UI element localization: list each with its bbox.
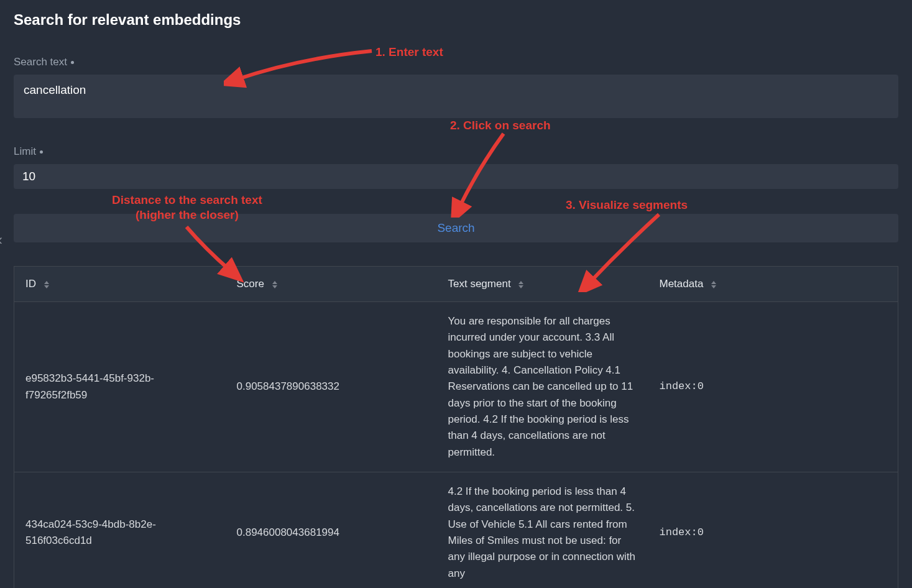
- limit-label: Limit: [14, 145, 898, 158]
- search-button[interactable]: Search: [14, 214, 898, 242]
- side-caret-icon: ‹: [0, 231, 2, 249]
- cell-score: 0.8946008043681994: [226, 472, 437, 588]
- sort-icon: [711, 281, 716, 288]
- col-header-text[interactable]: Text segment: [437, 267, 648, 302]
- cell-id: e95832b3-5441-45bf-932b-f79265f2fb59: [14, 302, 226, 472]
- col-header-score[interactable]: Score: [226, 267, 437, 302]
- sort-icon: [272, 281, 277, 288]
- col-header-id[interactable]: ID: [14, 267, 226, 302]
- required-dot-icon: [71, 61, 74, 64]
- search-text-label: Search text: [14, 56, 898, 68]
- cell-id: 434ca024-53c9-4bdb-8b2e-516f03c6cd1d: [14, 472, 226, 588]
- cell-text: 4.2 If the booking period is less than 4…: [437, 472, 648, 588]
- sort-icon: [518, 281, 523, 288]
- cell-score: 0.9058437890638332: [226, 302, 437, 472]
- cell-meta: index:0: [648, 472, 898, 588]
- cell-text: You are responsible for all charges incu…: [437, 302, 648, 472]
- required-dot-icon: [40, 150, 43, 154]
- search-text-input[interactable]: [14, 75, 898, 118]
- results-table: ID Score Text segment Metadata: [14, 266, 898, 588]
- sort-icon: [44, 281, 49, 288]
- cell-meta: index:0: [648, 302, 898, 472]
- col-header-meta[interactable]: Metadata: [648, 267, 898, 302]
- table-row: e95832b3-5441-45bf-932b-f79265f2fb59 0.9…: [14, 302, 898, 472]
- table-row: 434ca024-53c9-4bdb-8b2e-516f03c6cd1d 0.8…: [14, 472, 898, 588]
- page-title: Search for relevant embeddings: [14, 11, 898, 29]
- limit-input[interactable]: [14, 164, 898, 189]
